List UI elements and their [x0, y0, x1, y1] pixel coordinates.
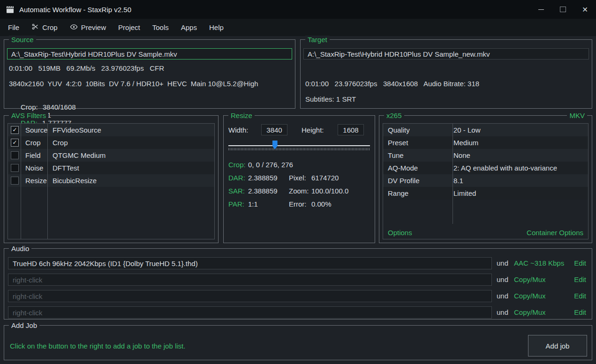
x265-key: Quality — [383, 126, 448, 134]
target-path-input[interactable] — [303, 48, 589, 59]
menu-project-label: Project — [118, 23, 140, 31]
scissors-icon — [31, 23, 39, 32]
audio-edit-link[interactable]: Edit — [574, 274, 586, 286]
resize-sar-value: 2.388859 — [248, 187, 278, 195]
x265-row-tune[interactable]: Tune None — [383, 149, 588, 162]
audio-language[interactable]: und — [497, 274, 508, 286]
filter-row-source[interactable]: ✓ Source FFVideoSource — [8, 124, 214, 136]
audio-codec-link[interactable]: Copy/Mux — [514, 274, 546, 286]
container-format-label[interactable]: MKV — [567, 111, 587, 119]
resize-dar-label: DAR: — [228, 174, 245, 182]
x265-value[interactable]: 2: AQ enabled with auto-variance — [448, 164, 557, 172]
menu-help[interactable]: Help — [203, 19, 230, 36]
width-input[interactable] — [261, 124, 287, 135]
menu-apps-label: Apps — [181, 23, 197, 31]
audio-group-label: Audio — [9, 245, 31, 253]
menu-tools[interactable]: Tools — [146, 19, 175, 36]
menu-crop[interactable]: Crop — [25, 19, 64, 36]
filter-checkbox[interactable] — [11, 151, 19, 159]
x265-value[interactable]: 8.1 — [448, 177, 463, 185]
height-input[interactable] — [338, 124, 364, 135]
audio-track-2: und Copy/Mux Edit — [4, 274, 592, 286]
audio-track-4: und Copy/Mux Edit — [4, 306, 592, 319]
x265-value[interactable]: Limited — [448, 189, 476, 197]
resize-pixel-label: Pixel: — [289, 174, 306, 182]
audio-track-input[interactable] — [8, 274, 492, 286]
menu-tools-label: Tools — [152, 23, 169, 31]
audio-edit-link[interactable]: Edit — [574, 257, 586, 269]
filter-row-noise[interactable]: Noise DFTTest — [8, 162, 214, 174]
resize-pixel-value: 6174720 — [311, 174, 339, 182]
container-options-link[interactable]: Container Options — [527, 229, 583, 237]
minimize-button[interactable] — [530, 0, 552, 19]
target-info-line2: Subtitles: 1 SRT — [305, 95, 356, 103]
filter-name: BicubicResize — [47, 177, 97, 185]
x265-row-quality[interactable]: Quality 20 - Low — [383, 124, 588, 136]
audio-codec-link[interactable]: AAC ~318 Kbps — [514, 257, 564, 269]
audio-edit-link[interactable]: Edit — [574, 306, 586, 319]
filter-name: QTGMC Medium — [47, 151, 106, 159]
x265-value[interactable]: 20 - Low — [448, 126, 481, 134]
filter-checkbox[interactable] — [11, 164, 19, 172]
x265-key: DV Profile — [383, 177, 448, 185]
resize-group-label: Resize — [228, 111, 255, 119]
filter-category: Field — [21, 151, 47, 159]
maximize-button[interactable] — [552, 0, 574, 19]
options-link[interactable]: Options — [388, 229, 412, 237]
resize-par-row: PAR: 1:1 Error: 0.00% — [228, 200, 370, 209]
x265-value[interactable]: Medium — [448, 139, 478, 147]
filter-category: Source — [21, 126, 47, 134]
audio-language[interactable]: und — [497, 257, 508, 269]
add-job-button[interactable]: Add job — [528, 335, 587, 357]
audio-codec-link[interactable]: Copy/Mux — [514, 306, 546, 319]
source-info-line2: 3840x2160 YUV 4:2:0 10Bits DV 7.6 / HDR1… — [9, 80, 258, 88]
x265-row-range[interactable]: Range Limited — [383, 187, 588, 200]
audio-language[interactable]: und — [497, 306, 508, 319]
audio-edit-link[interactable]: Edit — [574, 290, 586, 302]
avs-filters-group-label: AVS Filters — [9, 111, 48, 119]
menu-file[interactable]: File — [2, 19, 25, 36]
filter-name: Crop — [47, 139, 68, 147]
audio-track-3: und Copy/Mux Edit — [4, 290, 592, 302]
audio-codec-link[interactable]: Copy/Mux — [514, 290, 546, 302]
source-group: Source 0:01:00 519MB 69.2Mb/s 23.976023f… — [4, 39, 295, 109]
menu-help-label: Help — [209, 23, 224, 31]
audio-track-input[interactable] — [8, 306, 492, 319]
resize-crop-value: 0, 0 / 276, 276 — [248, 161, 293, 169]
audio-track-1: und AAC ~318 Kbps Edit — [4, 257, 592, 269]
resize-zoom-value: 100.0/100.0 — [311, 187, 348, 195]
filter-row-crop[interactable]: ✓ Crop Crop — [8, 136, 214, 149]
menu-apps[interactable]: Apps — [175, 19, 203, 36]
resize-dar-row: DAR: 2.388859 Pixel: 6174720 — [228, 174, 370, 183]
menu-project[interactable]: Project — [112, 19, 146, 36]
close-icon: × — [582, 5, 588, 14]
slider-track[interactable] — [228, 145, 370, 146]
add-job-hint: Click on the button to the right to add … — [10, 342, 185, 350]
x265-row-preset[interactable]: Preset Medium — [383, 136, 588, 149]
audio-track-input[interactable] — [8, 257, 492, 269]
x265-row-aq-mode[interactable]: AQ-Mode 2: AQ enabled with auto-variance — [383, 162, 588, 174]
height-label: Height: — [302, 126, 324, 134]
x265-row-dv-profile[interactable]: DV Profile 8.1 — [383, 174, 588, 187]
clapperboard-icon — [6, 5, 15, 14]
source-path-input[interactable] — [7, 48, 292, 59]
resize-slider[interactable] — [228, 140, 370, 153]
close-button[interactable]: × — [574, 0, 596, 19]
audio-language[interactable]: und — [497, 290, 508, 302]
x265-key: Preset — [383, 139, 448, 147]
audio-track-input[interactable] — [8, 290, 492, 302]
filter-checkbox[interactable] — [11, 177, 19, 185]
filter-name: FFVideoSource — [47, 126, 101, 134]
filter-row-field[interactable]: Field QTGMC Medium — [8, 149, 214, 162]
x265-group: x265 MKV Quality 20 - Low Preset Medium … — [379, 115, 592, 243]
menu-preview[interactable]: Preview — [64, 19, 112, 36]
source-crop-label: Crop: — [21, 103, 38, 111]
source-info-line1: 0:01:00 519MB 69.2Mb/s 23.976023fps CFR — [9, 64, 164, 72]
filter-row-resize[interactable]: Resize BicubicResize — [8, 174, 214, 187]
filter-category: Noise — [21, 164, 47, 172]
x265-value[interactable]: None — [448, 151, 470, 159]
filter-checkbox[interactable]: ✓ — [11, 139, 19, 147]
target-group-label: Target — [305, 36, 330, 44]
filter-checkbox[interactable]: ✓ — [11, 126, 19, 134]
x265-group-label: x265 — [384, 111, 404, 119]
